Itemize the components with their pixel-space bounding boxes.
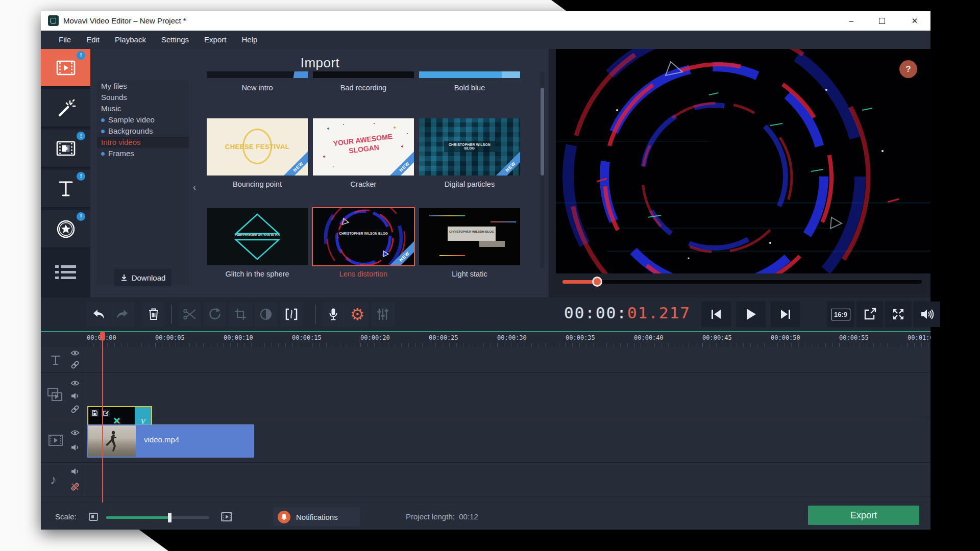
menu-export[interactable]: Export	[197, 31, 234, 49]
scale-slider-handle[interactable]	[168, 513, 172, 522]
mute-toggle-icon[interactable]	[71, 392, 79, 399]
scale-slider-fill	[106, 516, 170, 519]
video-frame-art	[556, 49, 930, 273]
menu-edit[interactable]: Edit	[79, 31, 107, 49]
timeline-ruler[interactable]: 00:00:00 00:00:05 00:00:10 00:00:15 00:0…	[41, 332, 930, 347]
new-ribbon: NEW	[280, 148, 308, 176]
preview-video[interactable]	[556, 49, 930, 273]
play-button[interactable]	[736, 302, 766, 327]
visibility-toggle-icon[interactable]	[70, 430, 80, 436]
mute-toggle-icon[interactable]	[71, 468, 79, 475]
delete-button[interactable]	[142, 302, 165, 327]
library-item-bouncing-point[interactable]: CHEESE FESTIVAL NEW	[207, 118, 308, 176]
link-toggle-icon[interactable]	[70, 360, 80, 369]
category-backgrounds[interactable]: Backgrounds	[97, 126, 189, 137]
import-panel-title: Import	[243, 55, 397, 71]
help-button[interactable]: ?	[899, 60, 917, 78]
sidebar-item-import[interactable]: !	[41, 49, 90, 87]
library-item-glitch-in-the-sphere[interactable]: CHRISTOPHER WILSON BLOG	[207, 208, 308, 265]
split-button[interactable]	[178, 302, 201, 327]
library-scrollbar[interactable]	[540, 71, 545, 268]
ruler-label: 00:00:25	[429, 334, 458, 341]
aspect-ratio-button[interactable]: 16:9	[827, 302, 854, 327]
transition-icon	[284, 307, 299, 321]
detach-preview-button[interactable]	[856, 302, 883, 327]
link-toggle-icon[interactable]	[70, 405, 80, 414]
sidebar-item-transitions[interactable]: !	[41, 130, 90, 168]
export-button[interactable]: Export	[808, 506, 919, 525]
audio-properties-button[interactable]	[371, 302, 395, 327]
redo-button[interactable]	[111, 302, 134, 327]
title-track[interactable]	[41, 347, 930, 373]
notification-badge: !	[77, 172, 85, 181]
fullscreen-button[interactable]	[885, 302, 912, 327]
color-adjust-button[interactable]	[254, 302, 278, 327]
library-item-new-intro[interactable]	[207, 71, 308, 78]
seekbar-handle[interactable]	[592, 277, 602, 287]
scale-slider[interactable]	[106, 516, 209, 519]
library-item-cracker[interactable]: YOUR AWESOME SLOGAN NEW	[313, 118, 414, 176]
category-music[interactable]: Music	[97, 103, 189, 114]
crop-button[interactable]	[229, 302, 252, 327]
download-button[interactable]: Download	[114, 269, 172, 286]
record-voice-button[interactable]	[322, 302, 345, 327]
library-item-digital-particles[interactable]: CHRISTOPHER WILSON BLOG NEW	[419, 118, 520, 176]
library-item-light-static[interactable]: CHRISTOPHER WILSON BLOG	[419, 208, 520, 265]
library-item-label: Digital particles	[419, 180, 520, 188]
new-ribbon: NEW	[386, 148, 414, 176]
preview-seekbar[interactable]	[562, 280, 922, 284]
visibility-toggle-icon[interactable]	[70, 350, 80, 356]
ruler-label: 00:00:10	[224, 334, 253, 341]
audio-track-icon: ♪	[50, 472, 57, 488]
titlebar[interactable]: Movavi Video Editor – New Project * – ✕	[41, 11, 930, 31]
zoom-out-frame-icon[interactable]	[89, 513, 98, 521]
visibility-toggle-icon[interactable]	[70, 380, 80, 386]
playhead-handle[interactable]	[100, 332, 105, 341]
category-sample-video[interactable]: Sample video	[97, 114, 189, 126]
video-clip[interactable]: video.mp4	[87, 424, 254, 458]
notifications-label: Notifications	[296, 513, 338, 521]
menu-help[interactable]: Help	[234, 31, 265, 49]
undo-button[interactable]	[87, 302, 110, 327]
sidebar-item-track-list[interactable]	[54, 262, 77, 283]
rotate-button[interactable]	[203, 302, 227, 327]
maximize-button[interactable]	[870, 11, 894, 31]
overlay-track[interactable]: ✕ V	[41, 373, 930, 418]
clip-properties-button[interactable]: ⚙	[346, 302, 369, 327]
menubar: File Edit Playback Settings Export Help	[41, 31, 930, 49]
unlink-icon[interactable]	[70, 482, 80, 491]
library-item-lens-distortion[interactable]: CHRISTOPHER WILSON BLOG NEW	[313, 208, 414, 265]
audio-track[interactable]: ♪	[41, 463, 930, 496]
download-label: Download	[132, 273, 166, 282]
ruler-label: 00:00:20	[360, 334, 390, 341]
mute-toggle-icon[interactable]	[71, 444, 79, 451]
zoom-in-frame-icon[interactable]	[220, 512, 233, 522]
previous-frame-button[interactable]	[701, 302, 731, 327]
category-sounds[interactable]: Sounds	[97, 92, 189, 103]
category-frames[interactable]: Frames	[97, 148, 189, 159]
transition-wizard-button[interactable]	[280, 302, 303, 327]
category-intro-videos[interactable]: Intro videos	[97, 137, 189, 148]
next-frame-button[interactable]	[771, 302, 800, 327]
playhead-line[interactable]	[102, 332, 103, 503]
library-item-bold-blue[interactable]	[419, 71, 520, 78]
collapse-panel-chevron[interactable]: ‹	[190, 177, 199, 197]
sidebar-item-titles[interactable]: !	[41, 170, 90, 208]
menu-settings[interactable]: Settings	[154, 31, 197, 49]
notifications-button[interactable]: Notifications	[273, 508, 360, 526]
close-button[interactable]: ✕	[903, 11, 926, 31]
sidebar-item-filters[interactable]	[41, 89, 90, 128]
minimize-button[interactable]: –	[840, 11, 863, 31]
library-item-label: New intro	[207, 84, 308, 92]
preview-panel: ?	[549, 49, 930, 297]
sidebar-item-stickers[interactable]: !	[41, 210, 90, 248]
scrollbar-thumb[interactable]	[541, 88, 544, 176]
volume-button[interactable]	[914, 302, 940, 327]
video-track[interactable]: video.mp4	[41, 418, 930, 463]
library-item-bad-recording[interactable]	[313, 71, 414, 78]
menu-playback[interactable]: Playback	[107, 31, 154, 49]
menu-file[interactable]: File	[51, 31, 79, 49]
category-my-files[interactable]: My files	[97, 81, 189, 92]
thumb-caption: CHRISTOPHER WILSON BLOG	[444, 141, 495, 152]
speaker-icon	[920, 308, 934, 321]
